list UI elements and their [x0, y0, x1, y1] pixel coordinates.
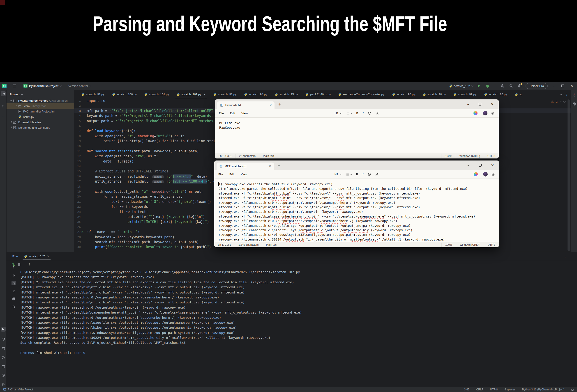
main-menu-icon[interactable]	[13, 85, 16, 87]
notepad-title-bar[interactable]: keywords.txt ✕ + – ✕	[215, 99, 499, 109]
ai-assistant-icon[interactable]	[572, 101, 577, 106]
expanded-chevron-icon[interactable]	[10, 99, 12, 101]
run-line-icon[interactable]: ▷	[82, 229, 84, 234]
editor-tab[interactable]: scratch_96.py	[388, 90, 419, 98]
status-widget[interactable]: 3:65	[464, 388, 469, 391]
collapsed-chevron-icon[interactable]	[10, 121, 12, 123]
write-access-icon[interactable]	[571, 388, 574, 391]
close-button[interactable]: ✕	[569, 84, 575, 88]
menu-edit[interactable]: Edit	[229, 173, 234, 176]
close-icon[interactable]: ×	[47, 255, 49, 258]
python-packages-tool-icon[interactable]	[1, 336, 6, 341]
copilot-icon[interactable]	[474, 172, 478, 176]
tree-item-scratches-and-consoles[interactable]: Scratches and Consoles	[6, 125, 74, 130]
run-tool-icon[interactable]	[1, 327, 6, 332]
settings-gear-icon[interactable]	[517, 83, 522, 89]
line-ending[interactable]: Windows (CRLF)	[456, 154, 484, 158]
encoding[interactable]: UTF-8	[484, 154, 499, 158]
clear-format-button[interactable]	[375, 173, 379, 176]
settings-gear-icon[interactable]	[491, 172, 495, 176]
terminal-tool-icon[interactable]	[1, 364, 6, 369]
notepad-tab[interactable]: MFT_matches.txt ✕	[216, 163, 274, 170]
tree-item-script-py[interactable]: script.py	[6, 114, 74, 120]
menu-file[interactable]: File	[219, 112, 224, 115]
collapsed-chevron-icon[interactable]	[10, 126, 12, 129]
editor-tab[interactable]: scratch_95.py	[271, 90, 302, 98]
status-project[interactable]: PyCharmMiscProject	[3, 388, 33, 391]
more-tool-windows-icon[interactable]: ⋯	[1, 113, 6, 118]
inspections-widget[interactable]: ⚠ 3	[551, 100, 565, 103]
settings-gear-icon[interactable]	[491, 111, 495, 115]
italic-button[interactable]: I	[363, 111, 364, 115]
editor-tab[interactable]: scratch_99.py	[450, 90, 480, 98]
prev-problem-icon[interactable]	[559, 101, 562, 103]
collapsed-chevron-icon[interactable]	[15, 105, 17, 107]
link-button[interactable]	[368, 173, 371, 176]
editor-scrollbar[interactable]	[568, 99, 570, 251]
tab-options-icon[interactable]: ⋮	[565, 92, 568, 96]
close-tab-icon[interactable]: ×	[203, 93, 206, 96]
menu-file[interactable]: File	[218, 173, 223, 176]
clear-format-button[interactable]	[376, 112, 379, 115]
menu-edit[interactable]: Edit	[230, 112, 235, 115]
notepad-tab[interactable]: keywords.txt ✕	[217, 101, 275, 109]
status-widget[interactable]: Python 3.13 (PyCharmMiscProject)	[522, 388, 564, 391]
tree-item--venv[interactable]: .venvlibrary root	[6, 103, 74, 109]
more-actions-icon[interactable]: ⋮	[493, 84, 497, 88]
close-icon[interactable]: ✕	[491, 163, 494, 167]
debug-button[interactable]	[485, 83, 490, 89]
editor-tab[interactable]: panLR440hz.py	[302, 90, 334, 98]
close-tab-icon[interactable]: ✕	[269, 164, 271, 168]
menu-view[interactable]: View	[241, 173, 247, 176]
run-button[interactable]	[476, 83, 482, 89]
new-tab-icon[interactable]: +	[278, 102, 281, 106]
up-stack-trace-icon[interactable]	[11, 265, 16, 270]
project-widget[interactable]: PC PyCharmMiscProject	[23, 84, 62, 88]
close-icon[interactable]: ✕	[491, 102, 494, 106]
run-panel-options-icon[interactable]: ⋮	[563, 254, 567, 258]
bold-button[interactable]: B	[356, 112, 358, 115]
encoding[interactable]: UTF-8	[484, 243, 499, 247]
run-panel-title[interactable]: Run	[12, 255, 18, 258]
editor-tab[interactable]: exchangeCurrencyConverter.py	[334, 90, 388, 98]
minimize-button[interactable]: –	[551, 84, 557, 88]
line-ending[interactable]: Windows (CRLF)	[456, 243, 484, 247]
tree-item-pycharmmiscproject-iml[interactable]: PyCharmMiscProject.iml	[6, 109, 74, 114]
hide-panel-icon[interactable]: —	[571, 254, 573, 258]
version-control-tool-icon[interactable]	[1, 382, 6, 387]
python-console-tool-icon[interactable]	[1, 346, 6, 351]
zoom-level[interactable]: 100%	[441, 243, 456, 247]
menu-view[interactable]: View	[241, 112, 248, 115]
tab-list-chevron-icon[interactable]	[560, 93, 562, 95]
copilot-icon[interactable]	[473, 111, 477, 115]
unlock-pro-button[interactable]: Unlock Pro	[526, 83, 548, 89]
run-more-options-icon[interactable]: ⋮	[28, 262, 31, 267]
account-avatar[interactable]	[483, 111, 487, 115]
minimize-icon[interactable]: –	[467, 102, 469, 106]
editor-tab[interactable]: scratch_94.py	[240, 90, 271, 98]
zoom-level[interactable]: 100%	[441, 154, 456, 158]
editor-tab[interactable]: scratch_98.py	[419, 90, 450, 98]
run-config-widget[interactable]: scratch_102	[449, 84, 473, 88]
editor-tab[interactable]: scratch_102.py×	[173, 90, 210, 98]
editor-tab[interactable]: scratch_100.py	[108, 90, 141, 98]
maximize-button[interactable]	[560, 84, 566, 88]
status-widget[interactable]: 4 spaces	[505, 388, 515, 391]
project-panel-header[interactable]: Project	[6, 90, 74, 98]
heading-style-button[interactable]: H1	[335, 112, 339, 115]
notepad-text-area[interactable]: 1) rawcopy.exe collects the $mft file (k…	[214, 179, 499, 242]
run-console[interactable]: C:\Users\michael\PyCharmMiscProject\.ven…	[6, 270, 577, 387]
new-tab-icon[interactable]: +	[277, 163, 281, 167]
status-widget[interactable]: CRLF	[476, 388, 483, 391]
notepad-title-bar[interactable]: MFT_matches.txt ✕ + – ✕	[214, 161, 499, 170]
add-user-icon[interactable]	[500, 83, 505, 89]
todo-tool-icon[interactable]	[1, 373, 6, 378]
tree-item-pycharmmiscproject[interactable]: PyCharmMiscProjectC:\Users\mich	[6, 98, 74, 103]
editor-tab[interactable]: scratch_91.py	[78, 90, 108, 98]
close-tab-icon[interactable]: ✕	[270, 103, 272, 107]
editor-tab[interactable]: scratch_92.py	[210, 90, 240, 98]
maximize-icon[interactable]	[479, 103, 481, 105]
vcs-widget[interactable]: Version control	[68, 84, 91, 88]
bold-button[interactable]: B	[356, 173, 358, 176]
account-avatar[interactable]	[483, 172, 488, 176]
